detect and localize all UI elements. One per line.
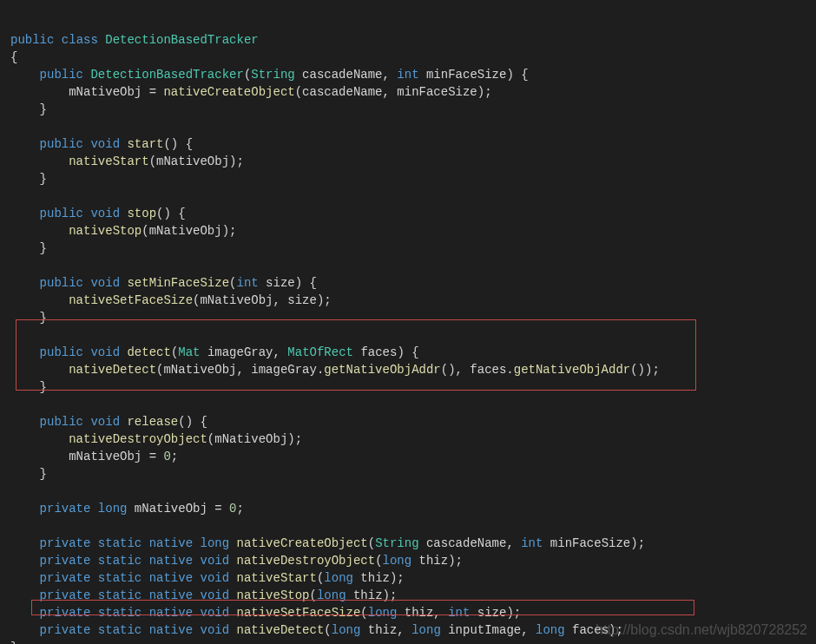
keyword: private: [40, 606, 91, 620]
method: start: [127, 137, 163, 151]
param: minFaceSize: [426, 68, 506, 82]
brace: {: [10, 50, 17, 64]
param: size: [266, 276, 295, 290]
method-call: nativeDetect: [69, 363, 156, 377]
method: detect: [127, 345, 170, 359]
keyword: void: [200, 554, 229, 568]
keyword: private: [40, 571, 91, 585]
keyword: static: [98, 588, 141, 602]
arg: mNativeObj: [163, 363, 236, 377]
method: nativeDestroyObject: [237, 554, 376, 568]
type: String: [251, 68, 294, 82]
keyword: private: [40, 502, 91, 516]
class-name: DetectionBasedTracker: [105, 33, 258, 47]
keyword: static: [98, 606, 141, 620]
keyword: void: [200, 623, 229, 637]
keyword: public: [40, 276, 83, 290]
brace: }: [40, 102, 47, 116]
type: int: [448, 606, 470, 620]
keyword: static: [98, 571, 141, 585]
keyword: void: [200, 606, 229, 620]
method: release: [127, 415, 178, 429]
brace: }: [10, 641, 17, 644]
keyword: public: [40, 137, 83, 151]
method-call: nativeStart: [69, 154, 148, 168]
keyword: native: [149, 536, 193, 550]
brace: }: [40, 380, 47, 394]
param: thiz: [368, 623, 398, 637]
param: thiz: [405, 606, 434, 620]
param: cascadeName: [426, 536, 506, 550]
number: 0: [229, 502, 236, 516]
type: long: [383, 554, 412, 568]
param: thiz: [353, 588, 383, 602]
method: nativeStop: [237, 588, 310, 602]
number: 0: [163, 450, 170, 463]
type: int: [521, 536, 543, 550]
param: thiz: [419, 554, 449, 568]
method-call: getNativeObjAddr: [514, 363, 630, 377]
code-block: public class DetectionBasedTracker { pub…: [0, 0, 816, 644]
arg: mNativeObj: [156, 154, 229, 168]
keyword: long: [98, 502, 128, 516]
method: nativeSetFaceSize: [237, 606, 361, 620]
keyword: public: [40, 207, 83, 220]
keyword: void: [90, 137, 120, 151]
type: long: [536, 623, 565, 637]
keyword: private: [40, 588, 91, 602]
param: faces: [360, 345, 397, 359]
method: nativeCreateObject: [237, 536, 368, 550]
arg: mNativeObj: [149, 224, 222, 238]
keyword: static: [98, 554, 141, 568]
type: long: [368, 606, 398, 620]
keyword: void: [200, 588, 229, 602]
keyword: private: [40, 536, 91, 550]
arg: mNativeObj: [214, 432, 287, 446]
field: mNativeObj: [69, 450, 141, 463]
method-call: nativeStop: [69, 224, 141, 238]
type: MatOfRect: [287, 345, 353, 359]
arg: cascadeName: [302, 85, 382, 99]
keyword: class: [62, 33, 98, 47]
arg: faces: [470, 363, 506, 377]
param: inputImage: [448, 623, 521, 637]
brace: }: [40, 241, 47, 255]
type: String: [375, 536, 418, 550]
brace: }: [40, 311, 47, 325]
param: size: [477, 606, 507, 620]
keyword: void: [90, 207, 120, 220]
keyword: void: [200, 571, 229, 585]
method: stop: [127, 207, 156, 220]
keyword: static: [98, 623, 141, 637]
field: mNativeObj: [135, 502, 207, 516]
method: nativeStart: [237, 571, 317, 585]
param: minFaceSize: [550, 536, 630, 550]
keyword: void: [90, 415, 120, 429]
keyword: native: [149, 588, 193, 602]
method-call: getNativeObjAddr: [324, 363, 440, 377]
type: int: [397, 68, 418, 82]
keyword: private: [40, 554, 91, 568]
param: cascadeName: [302, 68, 382, 82]
param: imageGray: [207, 345, 273, 359]
keyword: void: [90, 345, 120, 359]
keyword: public: [40, 345, 83, 359]
arg: minFaceSize: [397, 85, 477, 99]
keyword: public: [40, 415, 83, 429]
brace: }: [40, 467, 47, 481]
keyword: native: [149, 606, 193, 620]
keyword: native: [149, 571, 193, 585]
method: setMinFaceSize: [127, 276, 229, 290]
keyword: static: [98, 536, 141, 550]
type: long: [317, 588, 346, 602]
method-call: nativeSetFaceSize: [69, 293, 193, 307]
type: long: [324, 571, 353, 585]
type: long: [332, 623, 361, 637]
type: int: [236, 276, 258, 290]
brace: }: [40, 172, 47, 186]
type: long: [411, 623, 441, 637]
keyword: native: [149, 623, 193, 637]
keyword: public: [10, 33, 54, 47]
arg: size: [287, 293, 317, 307]
method: nativeDetect: [237, 623, 325, 637]
